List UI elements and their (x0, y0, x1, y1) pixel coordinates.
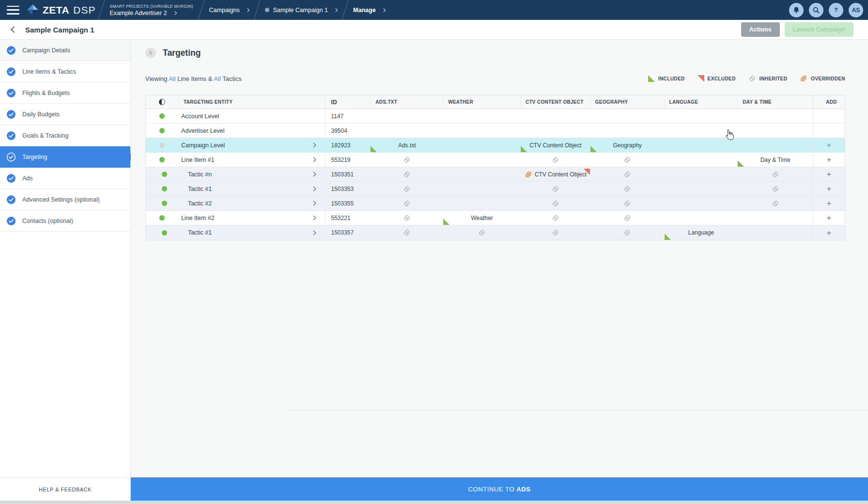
sidebar-item-ads[interactable]: Ads (0, 168, 130, 189)
table-row[interactable]: Line Item #1 553219 Day & Time + (146, 153, 845, 167)
cell-ctv (521, 109, 590, 123)
cell-language (665, 138, 738, 152)
cell-adstxt (371, 153, 443, 167)
sidebar-item-line-items-tactics[interactable]: Line Items & Tactics (0, 61, 130, 82)
add-targeting-button[interactable]: + (827, 156, 832, 164)
cell-ctv (521, 225, 590, 240)
add-targeting-button[interactable]: + (827, 199, 832, 207)
sidebar-item-campaign-details[interactable]: Campaign Details (0, 40, 130, 61)
continue-text-bold: ADS (516, 486, 530, 493)
inherited-icon (403, 171, 411, 178)
table-row[interactable]: Tactic #n 1503351 CTV Content Object + (146, 167, 845, 182)
cell-status (146, 153, 179, 167)
cell-daytime (738, 225, 813, 240)
targeting-cell-label: CTV Content Object (529, 142, 581, 149)
contrast-toggle-icon[interactable] (159, 99, 165, 105)
cell-language (665, 182, 738, 196)
excluded-marker-icon (584, 169, 590, 175)
zeta-dsp-logo[interactable]: ZETA DSP (26, 3, 95, 16)
included-marker-icon (738, 160, 744, 167)
entity-label: Advertiser Level (179, 127, 225, 134)
cell-weather (443, 109, 521, 123)
breadcrumb[interactable]: SMART PROJECTS (VARIABLE MARGIN) Example… (103, 0, 200, 20)
legend-item: INCLUDED (648, 75, 685, 82)
sidebar-item-label: Flights & Budgets (22, 90, 70, 96)
add-targeting-button[interactable]: + (827, 141, 832, 149)
table-row[interactable]: Line Item #2 553221 Weather + (146, 211, 845, 225)
sidebar-item-flights-budgets[interactable]: Flights & Budgets (0, 82, 130, 104)
table-row[interactable]: Campaign Level 182923 Ads.txtCTV Content… (146, 138, 845, 153)
launch-campaign-button[interactable]: Launch Campaign (785, 22, 853, 37)
notifications-button[interactable] (789, 3, 804, 17)
expand-chevron-icon[interactable] (311, 158, 316, 162)
cell-status (146, 225, 179, 240)
legend-item: OVERRIDDEN (800, 75, 845, 82)
viewing-text: Tactics (221, 75, 242, 82)
all-line-items-link[interactable]: All (169, 75, 175, 82)
cell-weather (443, 182, 521, 196)
back-chevron-icon[interactable] (11, 26, 17, 33)
chevron-right-icon (334, 8, 338, 12)
cell-daytime (738, 109, 813, 123)
legend-label: INHERITED (760, 76, 788, 81)
table-row[interactable]: Advertiser Level 39504 (146, 124, 845, 138)
inherited-icon (623, 214, 631, 222)
add-targeting-button[interactable]: + (827, 229, 832, 237)
expand-chevron-icon[interactable] (311, 201, 316, 206)
cell-weather (443, 167, 521, 181)
actions-button[interactable]: Actions (741, 22, 780, 37)
cell-ctv (521, 196, 590, 210)
avatar[interactable]: AS (849, 3, 863, 17)
table-row[interactable]: Tactic #1 1503353 + (146, 182, 845, 196)
inherited-icon (552, 214, 559, 222)
sidebar-item-contacts-optional[interactable]: Contacts (optional) (0, 210, 130, 232)
table-row[interactable]: Account Level 1147 (146, 109, 845, 124)
all-tactics-link[interactable]: All (214, 75, 220, 82)
sidebar-item-goals-tracking[interactable]: Goals & Tracking (0, 125, 130, 146)
search-button[interactable] (809, 3, 823, 17)
table-row[interactable]: Tactic #1 1503357 Language + (146, 225, 845, 240)
expand-chevron-icon[interactable] (311, 230, 316, 235)
inherited-icon (623, 229, 631, 236)
chevron-right-icon (381, 8, 385, 12)
hamburger-menu-icon[interactable] (7, 6, 19, 15)
cell-geography (590, 211, 665, 225)
inherited-icon (623, 200, 631, 207)
breadcrumb[interactable]: Campaigns (202, 0, 256, 20)
breadcrumb[interactable]: Sample Campaign 1 (258, 0, 344, 20)
expand-chevron-icon[interactable] (311, 216, 316, 220)
sidebar-item-targeting[interactable]: Targeting (0, 146, 130, 168)
help-button[interactable]: ? (829, 3, 843, 17)
sidebar-item-daily-budgets[interactable]: Daily Budgets (0, 104, 130, 125)
cell-add: + (813, 196, 845, 210)
cell-add: + (813, 138, 845, 152)
cell-entity: Tactic #1 (179, 182, 326, 196)
breadcrumbs: SMART PROJECTS (VARIABLE MARGIN) Example… (100, 0, 391, 20)
check-circle-icon (6, 88, 16, 98)
cell-geography: Geography (590, 138, 665, 152)
help-feedback-link[interactable]: HELP & FEEDBACK (0, 477, 131, 501)
question-mark-icon: ? (834, 7, 837, 14)
add-targeting-button[interactable]: + (827, 170, 832, 178)
sidebar-item-label: Contacts (optional) (22, 218, 73, 224)
continue-to-ads-bar[interactable]: CONTINUE TOADS (131, 477, 868, 501)
entity-label: Campaign Level (179, 142, 225, 149)
sidebar-item-advanced-settings-optional[interactable]: Advanced Settings (optional) (0, 189, 130, 210)
cell-add (813, 124, 845, 138)
add-targeting-button[interactable]: + (827, 185, 832, 193)
expand-chevron-icon[interactable] (311, 187, 316, 191)
table-row[interactable]: Tactic #2 1503355 + (146, 196, 845, 211)
add-targeting-button[interactable]: + (827, 214, 832, 222)
breadcrumb[interactable]: Manage (346, 0, 392, 20)
expand-chevron-icon[interactable] (311, 143, 316, 148)
inherited-icon (403, 156, 411, 164)
targeting-cell-label: Ads.txt (398, 142, 416, 149)
inherited-icon (772, 185, 779, 193)
status-dot-icon (159, 128, 165, 133)
targeting-cell-label: Geography (613, 142, 641, 149)
expand-chevron-icon[interactable] (311, 172, 316, 177)
included-triangle-icon (648, 75, 655, 82)
cell-adstxt (371, 109, 443, 123)
check-circle-icon (6, 131, 16, 141)
inherited-icon (403, 185, 411, 193)
